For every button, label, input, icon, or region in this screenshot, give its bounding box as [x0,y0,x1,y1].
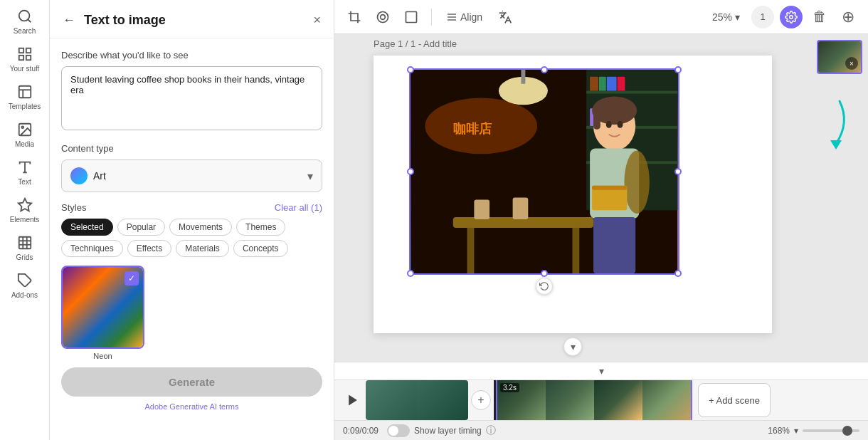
svg-rect-42 [521,70,525,84]
style-check-icon: ✓ [125,271,139,286]
zoom-value: 25% [712,11,732,23]
gear-icon [785,11,798,23]
svg-point-20 [378,11,388,22]
sidebar-item-elements[interactable]: Elements [0,192,50,229]
ai-terms-link[interactable]: Adobe Generative AI terms [61,402,322,411]
clip-group-1 [366,380,468,420]
sidebar-item-grids[interactable]: Grids [0,229,50,267]
rotate-handle[interactable] [536,278,553,295]
sidebar-item-text[interactable]: Text [0,154,50,192]
clip-thumb-2[interactable] [417,380,468,420]
panel-header: ← Text to image × [50,0,334,38]
canvas-image-element[interactable]: 咖啡店 [409,68,679,275]
scene-thumbnail[interactable]: × [817,40,862,74]
svg-rect-46 [474,199,489,219]
prompt-textarea[interactable]: Student leaving coffee shop books in the… [61,66,322,130]
handle-bottom-mid[interactable] [541,270,548,277]
zoom-slider[interactable] [803,429,859,432]
svg-rect-5 [26,56,30,60]
svg-rect-44 [467,228,475,273]
handle-right-mid[interactable] [674,168,682,175]
active-clip-2[interactable] [546,380,594,420]
sidebar-item-addons[interactable]: Add-ons [0,267,50,305]
style-card-neon[interactable]: ✓ Neon [61,266,144,360]
chip-materials[interactable]: Materials [176,240,229,257]
sidebar-item-your-stuff[interactable]: Your stuff [0,41,50,78]
add-scene-button[interactable]: + Add scene [698,383,771,417]
search-icon [17,9,33,24]
svg-point-57 [618,121,623,128]
chip-concepts[interactable]: Concepts [233,240,288,257]
handle-left-mid[interactable] [407,168,414,175]
zoom-control[interactable]: 25% ▾ [706,9,746,26]
sidebar-item-media[interactable]: Media [0,116,50,154]
addons-icon [17,273,33,288]
translate-tool-button[interactable] [494,6,517,28]
add-clip-button[interactable]: + [471,390,491,410]
clip-thumb-1[interactable] [366,380,417,420]
sidebar-label-search: Search [14,27,36,35]
style-name-neon: Neon [93,352,112,360]
time-display: 0:09/0:09 [343,426,379,436]
panel-title: Text to image [84,13,305,28]
text-to-image-panel: ← Text to image × Describe what you'd li… [50,0,334,440]
grid-icon [17,46,33,62]
handle-top-mid[interactable] [541,66,548,73]
canvas-page: Page 1 / 1 - Add title 咖啡店 [374,56,772,333]
handle-bottom-right[interactable] [674,270,682,277]
chip-effects[interactable]: Effects [127,240,171,257]
content-type-label: Content type [61,143,322,154]
active-clip-3[interactable] [594,380,642,420]
svg-point-21 [381,14,386,19]
timeline-content: + 3.2s + Add scene [334,380,868,420]
clear-all-button[interactable]: Clear all (1) [275,202,322,213]
delete-button[interactable]: 🗑 [808,6,831,28]
handle-bottom-left[interactable] [407,270,414,277]
handle-top-right[interactable] [674,66,682,73]
chip-techniques[interactable]: Techniques [61,240,123,257]
timeline-expand-button[interactable]: ▾ [593,362,610,379]
toggle-switch[interactable] [387,424,410,437]
add-button[interactable]: ⊕ [837,6,859,28]
sidebar-item-search[interactable]: Search [0,3,50,41]
layer-timing-toggle: Show layer timing ⓘ [387,424,496,437]
page-number-button[interactable]: 1 [751,6,774,28]
align-button[interactable]: Align [440,9,488,26]
toolbar-right: 25% ▾ 1 🗑 ⊕ [706,6,859,28]
flip-icon [376,10,390,24]
info-icon[interactable]: ⓘ [486,424,496,437]
canvas-expand-btn[interactable]: ▾ [563,337,582,356]
active-clip-4[interactable] [642,380,691,420]
frame-tool-button[interactable] [400,6,423,28]
chip-selected[interactable]: Selected [61,219,113,236]
close-scene-button[interactable]: × [845,57,858,70]
timeline-clips: + 3.2s + Add scene [366,380,868,420]
svg-rect-4 [18,56,23,60]
clip-duration-badge: 3.2s [500,383,519,392]
zoom-chevron-icon[interactable]: ▾ [794,426,798,436]
chevron-down-icon: ▾ [307,169,313,183]
svg-rect-47 [513,197,529,219]
settings-button[interactable] [780,6,803,28]
flip-tool-button[interactable] [371,6,394,28]
generate-button[interactable]: Generate [61,367,322,397]
handle-top-left[interactable] [407,66,414,73]
zoom-thumb[interactable] [842,426,852,436]
crop-tool-button[interactable] [343,6,366,28]
sidebar-item-templates[interactable]: Templates [0,78,50,116]
play-icon [346,393,360,407]
style-grid: ✓ Neon [61,266,322,360]
styles-label: Styles [61,202,86,213]
content-type-dropdown[interactable]: Art ▾ [61,159,322,192]
play-button[interactable] [340,387,366,413]
back-button[interactable]: ← [61,11,77,29]
sidebar-label-templates: Templates [9,103,41,110]
chip-movements[interactable]: Movements [169,219,232,236]
content-type-icon [70,167,88,184]
chip-themes[interactable]: Themes [236,219,285,236]
svg-rect-37 [618,77,625,91]
svg-marker-58 [830,140,842,150]
svg-rect-6 [18,86,31,98]
chip-popular[interactable]: Popular [117,219,165,236]
close-panel-button[interactable]: × [312,11,322,29]
